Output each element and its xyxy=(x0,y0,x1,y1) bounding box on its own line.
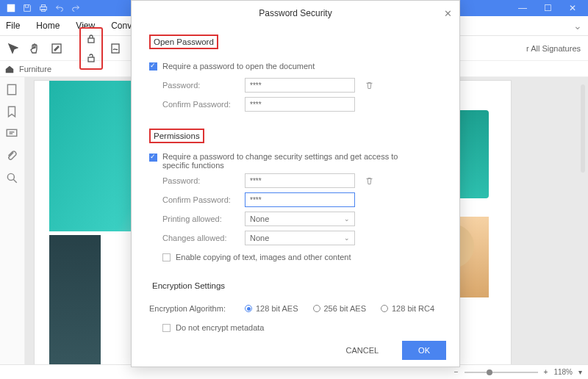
save-icon[interactable] xyxy=(22,3,32,13)
aes128-radio[interactable] xyxy=(245,305,252,312)
require-permissions-label: Require a password to change security se… xyxy=(162,152,427,170)
require-permissions-checkbox[interactable] xyxy=(149,154,157,162)
collapse-ribbon-icon[interactable]: ⌄ xyxy=(573,20,582,32)
chevron-down-icon: ⌄ xyxy=(344,234,350,242)
zoom-thumb[interactable] xyxy=(487,369,492,375)
menu-home[interactable]: Home xyxy=(36,21,60,31)
home-icon[interactable] xyxy=(4,64,15,74)
no-encrypt-metadata-label: Do not encrypt metadata xyxy=(176,323,264,332)
changes-select[interactable]: None⌄ xyxy=(245,231,355,245)
maximize-button[interactable]: ☐ xyxy=(535,0,560,16)
page-image xyxy=(49,235,101,364)
edit-tool-icon[interactable] xyxy=(47,39,66,58)
changes-label: Changes allowed: xyxy=(149,234,245,242)
printing-value: None xyxy=(250,214,269,223)
zoom-slider[interactable] xyxy=(465,372,538,373)
password-security-dialog: Password Security ✕ Open Password Requir… xyxy=(131,0,460,367)
encryption-heading: Encryption Settings xyxy=(149,280,228,292)
dialog-title-bar: Password Security ✕ xyxy=(132,1,459,26)
svg-rect-8 xyxy=(7,84,15,95)
perm-password-input[interactable] xyxy=(245,173,355,188)
redo-icon[interactable] xyxy=(71,3,81,13)
dialog-body: Open Password Require a password to open… xyxy=(132,26,459,334)
undo-icon[interactable] xyxy=(54,3,65,13)
vertical-scrollbar[interactable] xyxy=(581,84,585,173)
zoom-in-icon[interactable]: + xyxy=(544,368,548,376)
enable-copy-label: Enable copying of text, images and other… xyxy=(176,253,351,261)
chevron-down-icon[interactable]: ▾ xyxy=(578,368,582,376)
perm-confirm-input[interactable] xyxy=(245,192,355,207)
dialog-footer: CANCEL OK xyxy=(132,334,459,367)
chevron-down-icon: ⌄ xyxy=(344,215,350,223)
lock-icon[interactable] xyxy=(82,29,101,48)
delete-icon[interactable] xyxy=(361,77,377,93)
svg-rect-2 xyxy=(41,5,45,7)
security-tools-highlight xyxy=(79,27,103,70)
aes256-radio[interactable] xyxy=(313,305,320,312)
open-confirm-input[interactable] xyxy=(245,97,355,112)
sign-document-icon[interactable] xyxy=(106,39,125,58)
select-tool-icon[interactable] xyxy=(3,39,22,58)
dialog-title: Password Security xyxy=(259,8,331,18)
menu-file[interactable]: File xyxy=(6,21,20,31)
svg-rect-7 xyxy=(112,44,119,53)
perm-confirm-label: Confirm Password: xyxy=(149,195,245,204)
search-icon[interactable] xyxy=(5,171,20,186)
open-password-heading: Open Password xyxy=(149,35,218,49)
printing-label: Printing allowed: xyxy=(149,214,245,223)
close-window-button[interactable]: ✕ xyxy=(560,0,585,16)
attachments-icon[interactable] xyxy=(5,149,20,164)
require-open-password-label: Require a password to open the document xyxy=(162,62,315,71)
svg-rect-9 xyxy=(7,129,17,136)
menu-convert[interactable]: Conv xyxy=(111,21,132,31)
hand-tool-icon[interactable] xyxy=(25,39,44,58)
svg-rect-5 xyxy=(88,38,94,43)
printing-select[interactable]: None⌄ xyxy=(245,212,355,226)
open-password-label: Password: xyxy=(149,81,245,90)
app-logo-icon xyxy=(6,3,16,13)
thumbnails-icon[interactable] xyxy=(5,83,20,98)
require-open-password-checkbox[interactable] xyxy=(149,62,157,71)
unlock-icon[interactable] xyxy=(82,48,101,68)
close-icon[interactable]: ✕ xyxy=(444,8,452,19)
minimize-button[interactable]: — xyxy=(510,0,535,16)
ok-button[interactable]: OK xyxy=(402,341,446,360)
aes256-label: 256 bit AES xyxy=(324,304,367,313)
svg-rect-4 xyxy=(52,44,61,53)
aes128-label: 128 bit AES xyxy=(256,304,298,313)
zoom-level: 118% xyxy=(553,368,573,376)
clear-signatures-label[interactable]: r All Signatures xyxy=(526,44,588,53)
algorithm-label: Encryption Algorithm: xyxy=(149,304,245,313)
perm-password-label: Password: xyxy=(149,176,245,185)
enable-copy-checkbox[interactable] xyxy=(162,253,171,261)
delete-icon[interactable] xyxy=(361,173,377,189)
svg-rect-6 xyxy=(88,57,94,62)
rc4-label: 128 bit RC4 xyxy=(392,304,434,313)
svg-point-10 xyxy=(7,173,14,180)
sidebar xyxy=(0,77,25,364)
open-password-input[interactable] xyxy=(245,78,355,93)
zoom-out-icon[interactable]: − xyxy=(454,368,459,376)
changes-value: None xyxy=(250,234,269,242)
permissions-heading: Permissions xyxy=(149,129,204,143)
print-icon[interactable] xyxy=(38,3,49,13)
svg-rect-0 xyxy=(7,4,15,12)
cancel-button[interactable]: CANCEL xyxy=(329,341,395,360)
bookmarks-icon[interactable] xyxy=(5,105,20,120)
no-encrypt-metadata-checkbox[interactable] xyxy=(162,324,171,332)
breadcrumb-item[interactable]: Furniture xyxy=(19,65,51,73)
rc4-radio[interactable] xyxy=(381,305,388,312)
open-confirm-label: Confirm Password: xyxy=(149,100,245,109)
comments-icon[interactable] xyxy=(5,127,20,142)
